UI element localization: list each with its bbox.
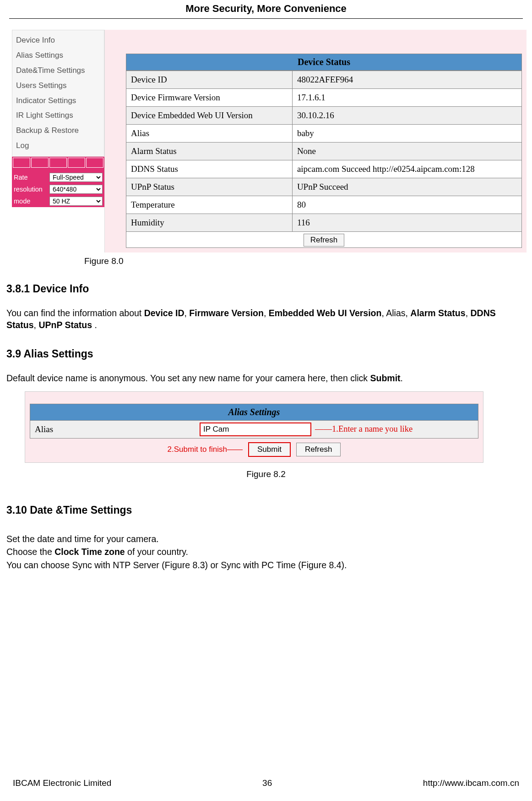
figure-8-2: Alias Settings Alias ——1.Enter a name yo… <box>25 391 483 463</box>
alias-input[interactable] <box>200 422 311 436</box>
device-status-table: Device ID48022AFEF964 Device Firmware Ve… <box>126 71 522 232</box>
heading-3-9: 3.9 Alias Settings <box>6 348 526 360</box>
menu-item-ir-light-settings[interactable]: IR Light Settings <box>16 108 100 123</box>
menu-item-alias-settings[interactable]: Alias Settings <box>16 48 100 63</box>
device-status-header: Device Status <box>126 54 522 71</box>
video-controls: Rate Full-Speed resolution 640*480 mode … <box>12 169 104 207</box>
status-key: Humidity <box>126 214 293 232</box>
status-value: 116 <box>292 214 521 232</box>
footer-company: IBCAM Electronic Limited <box>13 778 111 788</box>
status-key: Alarm Status <box>126 143 293 160</box>
paragraph-3-10-1: Set the date and time for your camera. <box>6 533 526 545</box>
status-key: Alias <box>126 125 293 143</box>
table-row: Alarm StatusNone <box>126 143 522 160</box>
submit-button[interactable]: Submit <box>248 442 291 457</box>
control-box[interactable] <box>68 158 85 168</box>
table-row: Device Firmware Version17.1.6.1 <box>126 89 522 107</box>
control-box[interactable] <box>86 158 103 168</box>
paragraph-3-10-3: You can choose Sync with NTP Server (Fig… <box>6 559 526 571</box>
alias-label: Alias <box>35 424 200 434</box>
table-row: Aliasbaby <box>126 125 522 143</box>
footer-url: http://www.ibcam.com.cn <box>423 778 519 788</box>
menu-item-datetime-settings[interactable]: Date&Time Settings <box>16 63 100 78</box>
status-value: aipcam.com Succeed http://e0254.aipcam.c… <box>292 160 521 178</box>
status-value: 17.1.6.1 <box>292 89 521 107</box>
mode-select[interactable]: 50 HZ <box>49 197 103 206</box>
alias-settings-header: Alias Settings <box>30 404 478 421</box>
control-box[interactable] <box>31 158 49 168</box>
menu-item-indicator-settings[interactable]: Indicator Settings <box>16 93 100 109</box>
refresh-button[interactable]: Refresh <box>304 234 345 247</box>
heading-3-10: 3.10 Date &Time Settings <box>6 504 526 516</box>
menu-item-device-info[interactable]: Device Info <box>16 33 100 48</box>
menu-item-log[interactable]: Log <box>16 138 100 154</box>
mode-label: mode <box>14 198 47 205</box>
table-row: Humidity116 <box>126 214 522 232</box>
footer-page-number: 36 <box>262 778 272 788</box>
status-value: baby <box>292 125 521 143</box>
resolution-select[interactable]: 640*480 <box>49 185 103 194</box>
paragraph-3-10-2: Choose the Clock Time zone of your count… <box>6 546 526 558</box>
status-key: UPnP Status <box>126 178 293 196</box>
page-header: More Security, More Convenience <box>0 0 532 18</box>
status-value: UPnP Succeed <box>292 178 521 196</box>
figure-8-0: Device Info Alias Settings Date&Time Set… <box>12 30 527 252</box>
control-buttons-row <box>12 157 104 169</box>
annotation-1: ——1.Enter a name you like <box>315 424 413 434</box>
table-row: UPnP StatusUPnP Succeed <box>126 178 522 196</box>
header-divider <box>9 18 523 19</box>
menu-item-users-settings[interactable]: Users Settings <box>16 78 100 93</box>
resolution-label: resolution <box>14 186 47 193</box>
refresh-button[interactable]: Refresh <box>296 443 341 456</box>
settings-menu: Device Info Alias Settings Date&Time Set… <box>12 30 104 157</box>
table-row: Device Embedded Web UI Version30.10.2.16 <box>126 107 522 125</box>
status-key: DDNS Status <box>126 160 293 178</box>
status-value: 80 <box>292 196 521 214</box>
figure-8-0-caption: Figure 8.0 <box>84 256 526 266</box>
control-box[interactable] <box>49 158 67 168</box>
menu-item-backup-restore[interactable]: Backup & Restore <box>16 123 100 138</box>
status-value: 48022AFEF964 <box>292 71 521 89</box>
status-value: 30.10.2.16 <box>292 107 521 125</box>
heading-3-8-1: 3.8.1 Device Info <box>6 283 526 295</box>
status-value: None <box>292 143 521 160</box>
table-row: Temperature80 <box>126 196 522 214</box>
control-box[interactable] <box>13 158 30 168</box>
status-key: Device Firmware Version <box>126 89 293 107</box>
figure-8-2-caption: Figure 8.2 <box>6 469 526 479</box>
table-row: DDNS Statusaipcam.com Succeed http://e02… <box>126 160 522 178</box>
annotation-2: 2.Submit to finish—— <box>168 445 243 454</box>
status-key: Device Embedded Web UI Version <box>126 107 293 125</box>
rate-label: Rate <box>14 174 47 181</box>
rate-select[interactable]: Full-Speed <box>49 173 103 182</box>
status-key: Device ID <box>126 71 293 89</box>
paragraph-3-9: Default device name is anonymous. You se… <box>6 372 526 384</box>
paragraph-3-8-1: You can find the information about Devic… <box>6 307 526 331</box>
table-row: Device ID48022AFEF964 <box>126 71 522 89</box>
status-key: Temperature <box>126 196 293 214</box>
